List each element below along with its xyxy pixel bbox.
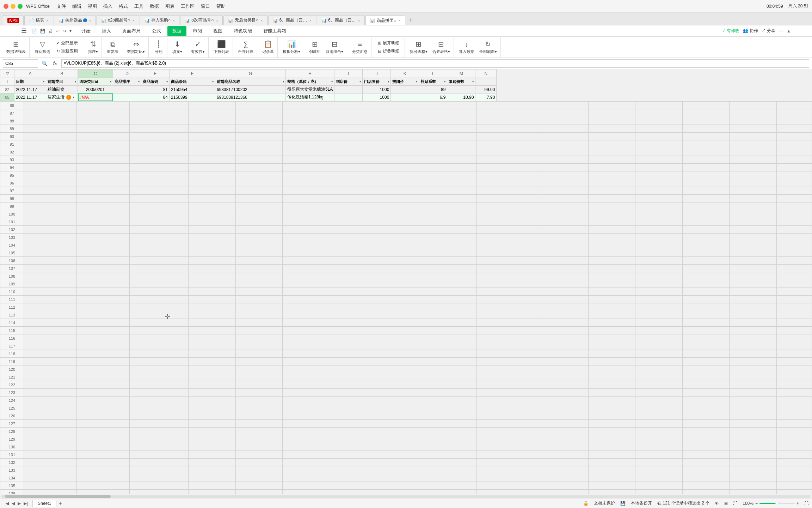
cell-5-95[interactable]	[283, 171, 359, 179]
cell-12-118[interactable]	[730, 350, 777, 358]
cell-2-96[interactable]	[130, 179, 189, 187]
cell-0-94[interactable]	[24, 164, 76, 171]
cell-12-134[interactable]	[730, 474, 777, 482]
cell-4-129[interactable]	[235, 435, 283, 443]
cell-11-131[interactable]	[682, 451, 730, 459]
cell-6-127[interactable]	[359, 420, 476, 428]
cell-4-122[interactable]	[235, 381, 283, 389]
cell-7-108[interactable]	[476, 272, 541, 280]
sheet-last[interactable]: ▶|	[23, 501, 29, 506]
cell-5-121[interactable]	[283, 373, 359, 381]
cell-12-116[interactable]	[730, 334, 777, 342]
cell-1-105[interactable]	[76, 249, 129, 257]
cell-7-133[interactable]	[476, 466, 541, 474]
cell-0-106[interactable]	[24, 257, 76, 265]
menu-window[interactable]: 窗口	[201, 3, 210, 10]
cell-6-90[interactable]	[359, 133, 476, 140]
refresh-all-button[interactable]: ↻ 全部刷新▾	[477, 38, 499, 56]
cell-1-135[interactable]	[76, 482, 129, 490]
cell-13-129[interactable]	[776, 435, 812, 443]
cell-8-91[interactable]	[541, 140, 589, 148]
auto-filter-button[interactable]: ▽ 自动筛选	[32, 38, 52, 56]
cell-0-112[interactable]	[24, 303, 76, 311]
cell-4-114[interactable]	[235, 319, 283, 327]
cell-6-128[interactable]	[359, 428, 476, 435]
cell-11-92[interactable]	[682, 148, 730, 156]
split-col-button[interactable]: ┊ 分列	[152, 38, 166, 56]
cell-9-95[interactable]	[588, 171, 635, 179]
cell-F1[interactable]: 商品条码 ▾	[170, 78, 215, 86]
cell-7-100[interactable]	[476, 210, 541, 218]
cell-3-101[interactable]	[189, 218, 236, 226]
cell-1-130[interactable]	[76, 443, 129, 451]
cell-7-128[interactable]	[476, 428, 541, 435]
cell-0-136[interactable]	[24, 490, 76, 494]
menu-file[interactable]: 文件	[57, 3, 66, 10]
cell-4-127[interactable]	[235, 420, 283, 428]
cell-3-132[interactable]	[189, 459, 236, 466]
cell-8-110[interactable]	[541, 288, 589, 296]
cell-3-98[interactable]	[189, 195, 236, 202]
cell-11-120[interactable]	[682, 365, 730, 373]
cell-7-111[interactable]	[476, 296, 541, 303]
cell-7-117[interactable]	[476, 342, 541, 350]
add-tab-button[interactable]: +	[406, 15, 416, 25]
cell-6-110[interactable]	[359, 288, 476, 296]
cell-5-89[interactable]	[283, 125, 359, 133]
cell-6-122[interactable]	[359, 381, 476, 389]
cell-8-107[interactable]	[541, 265, 589, 272]
cell-10-110[interactable]	[635, 288, 683, 296]
cell-13-128[interactable]	[776, 428, 812, 435]
cell-2-97[interactable]	[130, 187, 189, 195]
cell-8-123[interactable]	[541, 389, 589, 397]
cell-9-100[interactable]	[588, 210, 635, 218]
cell-12-96[interactable]	[730, 179, 777, 187]
cell-7-132[interactable]	[476, 459, 541, 466]
reapply-button[interactable]: ↻ 重新应用	[54, 47, 80, 55]
cell-8-132[interactable]	[541, 459, 589, 466]
cell-8-112[interactable]	[541, 303, 589, 311]
validity-button[interactable]: ✓ 有效性▾	[189, 38, 207, 56]
cell-3-104[interactable]	[189, 241, 236, 249]
cell-12-108[interactable]	[730, 272, 777, 280]
function-icon[interactable]: fx	[51, 59, 59, 68]
cell-7-110[interactable]	[476, 288, 541, 296]
cell-8-118[interactable]	[541, 350, 589, 358]
cell-0-118[interactable]	[24, 350, 76, 358]
cell-5-127[interactable]	[283, 420, 359, 428]
cell-13-114[interactable]	[776, 319, 812, 327]
cell-1-101[interactable]	[76, 218, 129, 226]
cell-6-102[interactable]	[359, 226, 476, 234]
menu-edit[interactable]: 编辑	[72, 3, 81, 10]
cell-9-108[interactable]	[588, 272, 635, 280]
cell-3-121[interactable]	[189, 373, 236, 381]
cell-9-104[interactable]	[588, 241, 635, 249]
cell-2-90[interactable]	[130, 133, 189, 140]
cell-8-127[interactable]	[541, 420, 589, 428]
cell-4-92[interactable]	[235, 148, 283, 156]
cell-7-88[interactable]	[476, 117, 541, 125]
cell-4-89[interactable]	[235, 125, 283, 133]
cell-3-95[interactable]	[189, 171, 236, 179]
cell-2-86[interactable]	[130, 102, 189, 109]
cell-6-115[interactable]	[359, 327, 476, 334]
cell-1-124[interactable]	[76, 397, 129, 404]
cell-8-92[interactable]	[541, 148, 589, 156]
cell-K85[interactable]	[391, 93, 419, 101]
cell-10-118[interactable]	[635, 350, 683, 358]
cell-13-131[interactable]	[776, 451, 812, 459]
cell-11-105[interactable]	[682, 249, 730, 257]
cell-13-110[interactable]	[776, 288, 812, 296]
cell-1-122[interactable]	[76, 381, 129, 389]
cell-11-122[interactable]	[682, 381, 730, 389]
cell-9-96[interactable]	[588, 179, 635, 187]
dropdown-list-button[interactable]: ⬛ 下拉列表	[211, 38, 231, 56]
tab-hangzhou[interactable]: 📊 杭州选品 🔵 ×	[54, 15, 96, 25]
cell-7-97[interactable]	[476, 187, 541, 195]
cell-H85[interactable]: 传化洗洁精1.128kg	[286, 93, 334, 101]
cell-2-102[interactable]	[130, 226, 189, 234]
sort-button[interactable]: ⇅ 排序▾	[86, 38, 100, 56]
cell-12-114[interactable]	[730, 319, 777, 327]
cell-5-117[interactable]	[283, 342, 359, 350]
view-full-icon[interactable]: ⛶	[733, 501, 737, 506]
